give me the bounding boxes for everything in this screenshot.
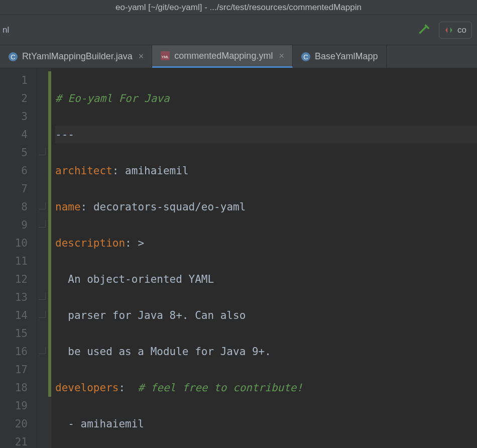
yaml-key: name bbox=[55, 201, 81, 213]
svg-text:C: C bbox=[11, 53, 15, 61]
build-icon[interactable] bbox=[418, 23, 432, 37]
fold-icon[interactable] bbox=[39, 202, 46, 209]
line-number: 15 bbox=[0, 324, 28, 343]
code-text: : bbox=[118, 382, 138, 394]
line-number: 2 bbox=[0, 89, 28, 107]
svg-text:C: C bbox=[303, 53, 308, 61]
line-number: 13 bbox=[0, 288, 28, 306]
code-comment: # feel free to contribute! bbox=[138, 382, 303, 394]
line-number: 10 bbox=[0, 234, 28, 252]
tab-commentedmapping[interactable]: YML commentedMapping.yml × bbox=[152, 45, 293, 68]
fold-icon[interactable] bbox=[39, 311, 46, 318]
svg-text:YML: YML bbox=[162, 55, 169, 59]
line-number: 7 bbox=[0, 180, 28, 198]
change-bar bbox=[48, 68, 51, 448]
code-text: --- bbox=[55, 129, 74, 141]
line-number: 3 bbox=[0, 107, 28, 126]
line-number: 6 bbox=[0, 162, 28, 180]
line-number: 11 bbox=[0, 252, 28, 270]
line-number: 4 bbox=[0, 126, 28, 144]
fold-icon[interactable] bbox=[39, 293, 46, 300]
yaml-value: - amihaiemil bbox=[55, 418, 144, 430]
run-config-text: co bbox=[457, 25, 466, 35]
code-area[interactable]: # Eo-yaml For Java --- architect: amihai… bbox=[51, 68, 477, 448]
close-icon[interactable]: × bbox=[139, 51, 144, 62]
tab-label: BaseYamlMapp bbox=[315, 51, 378, 62]
code-text: : bbox=[81, 201, 93, 213]
line-number: 1 bbox=[0, 71, 28, 89]
fold-icon[interactable] bbox=[39, 347, 46, 354]
yaml-value: > bbox=[138, 237, 144, 249]
tab-label: commentedMapping.yml bbox=[174, 51, 273, 61]
close-icon[interactable]: × bbox=[279, 51, 284, 61]
line-number: 8 bbox=[0, 198, 28, 216]
line-number: 14 bbox=[0, 306, 28, 324]
line-number: 9 bbox=[0, 216, 28, 234]
yml-file-icon: YML bbox=[160, 51, 170, 61]
breadcrumb[interactable]: nl bbox=[0, 25, 9, 35]
toolbar: nl co bbox=[0, 15, 477, 45]
run-config-selector[interactable]: co bbox=[439, 22, 472, 39]
vcs-change-stripe bbox=[48, 71, 51, 397]
editor: 1 2 3 4 5 6 7 8 9 10 11 12 13 14 15 16 1… bbox=[0, 68, 477, 448]
line-number: 17 bbox=[0, 361, 28, 379]
tab-baseyamlmapp[interactable]: C BaseYamlMapp bbox=[293, 45, 387, 68]
tab-rtyamlmappingbuilder[interactable]: C RtYamlMappingBuilder.java × bbox=[0, 45, 152, 68]
yaml-key: developers bbox=[55, 382, 118, 394]
line-number: 21 bbox=[0, 433, 28, 448]
tab-label: RtYamlMappingBuilder.java bbox=[22, 51, 133, 62]
line-number: 12 bbox=[0, 270, 28, 288]
line-number: 18 bbox=[0, 379, 28, 397]
line-number: 5 bbox=[0, 144, 28, 162]
yaml-key: architect bbox=[55, 165, 112, 177]
java-class-icon: C bbox=[8, 52, 18, 62]
yaml-value: decorators-squad/eo-yaml bbox=[93, 201, 246, 213]
fold-icon[interactable] bbox=[39, 220, 46, 228]
line-number: 20 bbox=[0, 415, 28, 433]
fold-column[interactable] bbox=[37, 68, 48, 448]
java-class-icon: C bbox=[301, 52, 311, 62]
yaml-value: amihaiemil bbox=[125, 165, 188, 177]
line-number: 19 bbox=[0, 397, 28, 415]
editor-tabs: C RtYamlMappingBuilder.java × YML commen… bbox=[0, 45, 477, 68]
line-number: 16 bbox=[0, 343, 28, 361]
line-gutter[interactable]: 1 2 3 4 5 6 7 8 9 10 11 12 13 14 15 16 1… bbox=[0, 68, 37, 448]
yaml-value: An object-oriented YAML bbox=[55, 273, 214, 285]
code-text: : bbox=[112, 165, 125, 177]
code-text: : bbox=[125, 237, 138, 249]
yaml-value: parser for Java 8+. Can also bbox=[55, 309, 246, 321]
yaml-key: description bbox=[55, 237, 125, 249]
fold-icon[interactable] bbox=[39, 148, 46, 155]
yaml-value: be used as a Module for Java 9+. bbox=[55, 346, 271, 358]
window-title: eo-yaml [~/git/eo-yaml] - .../src/test/r… bbox=[0, 0, 477, 15]
code-comment: # Eo-yaml For Java bbox=[55, 92, 170, 104]
